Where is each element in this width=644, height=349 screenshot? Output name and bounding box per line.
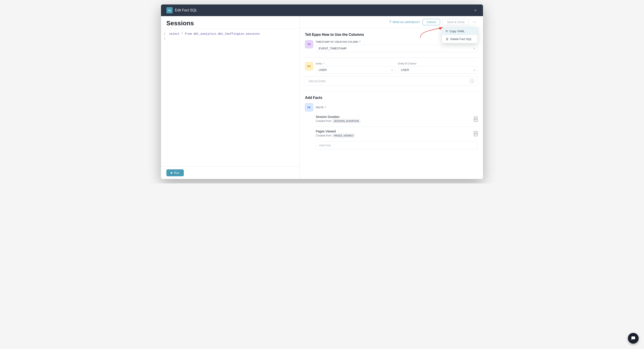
trash-icon: 🗑 xyxy=(446,37,448,41)
cancel-button[interactable]: Cancel xyxy=(422,19,440,25)
close-button[interactable]: × xyxy=(473,7,478,14)
dropdown-menu: ⧉ Copy YAML 🗑 Delete Fact SQL xyxy=(442,27,478,43)
fact-1-name: Session Duration xyxy=(316,115,360,119)
code-line-2: 2 xyxy=(161,37,300,41)
entity-help-icon: ? xyxy=(323,62,324,65)
modal-title: Edit Fact SQL xyxy=(175,8,197,12)
entity-id-col: Entity ID Column USER xyxy=(398,62,478,74)
editor-header: Sessions xyxy=(161,16,300,29)
fact-1-edit-button[interactable]: ✏ xyxy=(474,117,478,122)
timestamp-badge: TS xyxy=(305,40,313,48)
facts-section-title: Add Facts xyxy=(305,96,478,100)
run-button[interactable]: Run xyxy=(166,169,184,176)
page-title: Sessions xyxy=(166,20,294,27)
entity-row: Entity ? USER xyxy=(316,62,478,74)
add-entity-text: Add an Entity xyxy=(308,79,326,83)
entity-id-select[interactable]: USER xyxy=(398,66,478,74)
entity-section: EN Entity ? USE xyxy=(305,62,478,86)
save-close-button[interactable]: Save & Close xyxy=(443,19,469,25)
entity-col-label: Entity ? xyxy=(316,62,395,65)
divider-1 xyxy=(305,58,478,58)
editor-footer: Run xyxy=(161,166,300,179)
entity-select[interactable]: USER xyxy=(316,66,395,74)
delete-fact-sql-item[interactable]: 🗑 Delete Fact SQL xyxy=(442,35,478,43)
play-icon xyxy=(171,172,173,174)
add-entity-icon: + xyxy=(470,79,474,83)
fact-1-source: SESSION_DURATION xyxy=(332,119,360,123)
facts-header: FA FACTS ? xyxy=(305,103,478,111)
fact-2-info: Pages Viewed Created from PAGES_VIEWED xyxy=(316,130,355,138)
line-number-1: 1 xyxy=(161,32,169,37)
facts-help-icon: ? xyxy=(324,106,326,109)
config-content: Tell Eppo How to Use the Columns TS TIME… xyxy=(300,28,483,154)
what-are-definitions-link[interactable]: ? What are definitions? xyxy=(389,20,420,24)
fact-item-1: Session Duration Created from SESSION_DU… xyxy=(316,115,478,123)
fact-1-info: Session Duration Created from SESSION_DU… xyxy=(316,115,360,123)
editor-area[interactable]: 1 select * from dbt_analytics.dbt_tbuffi… xyxy=(161,29,300,166)
entity-field-group: Entity ? USER xyxy=(316,62,478,74)
header-left: SQL Edit Fact SQL xyxy=(166,7,197,14)
entity-id-label: Entity ID Column xyxy=(398,62,478,65)
timestamp-help-icon: ? xyxy=(359,40,361,43)
fact-item-2-header: Pages Viewed Created from PAGES_VIEWED ✏ xyxy=(316,130,478,138)
config-panel: ? What are definitions? Cancel Save & Cl… xyxy=(300,16,483,179)
fact-2-name: Pages Viewed xyxy=(316,130,355,133)
entity-badge: EN xyxy=(305,62,313,70)
fact-2-edit-button[interactable]: ✏ xyxy=(474,131,478,136)
fact-2-source: PAGES_VIEWED xyxy=(332,134,355,138)
entity-badge-row: EN Entity ? USE xyxy=(305,62,478,74)
config-top-bar: ? What are definitions? Cancel Save & Cl… xyxy=(300,16,483,28)
code-content-1: select * from dbt_analytics.dbt_tbuffing… xyxy=(169,32,260,37)
line-number-2: 2 xyxy=(161,37,169,41)
facts-label: FACTS ? xyxy=(316,106,326,109)
divider-2 xyxy=(305,91,478,91)
modal-body: Sessions 1 select * from dbt_analytics.d… xyxy=(161,16,483,179)
more-options-button[interactable]: ··· xyxy=(472,19,478,25)
add-fact-row[interactable]: Add Fact xyxy=(316,141,478,149)
add-fact-text: Add Fact xyxy=(319,144,331,147)
entity-id-select-wrapper: USER xyxy=(398,66,478,74)
fact-item-2: Pages Viewed Created from PAGES_VIEWED ✏ xyxy=(316,130,478,138)
entity-col-1: Entity ? USER xyxy=(316,62,395,74)
facts-label-group: FACTS ? xyxy=(316,106,326,109)
timestamp-select-wrapper: EVENT_TIMESTAMP xyxy=(316,45,478,52)
facts-section: Add Facts FA FACTS ? xyxy=(305,96,478,149)
modal-header: SQL Edit Fact SQL × xyxy=(161,5,483,16)
facts-items-container: Session Duration Created from SESSION_DU… xyxy=(316,115,478,149)
sql-logo: SQL xyxy=(166,7,173,14)
facts-badge: FA xyxy=(305,103,313,111)
timestamp-select[interactable]: EVENT_TIMESTAMP xyxy=(316,45,478,52)
sql-editor-panel: Sessions 1 select * from dbt_analytics.d… xyxy=(161,16,300,179)
copy-yaml-item[interactable]: ⧉ Copy YAML xyxy=(442,27,478,35)
fact-1-meta: Created from SESSION_DURATION xyxy=(316,119,360,123)
entity-select-wrapper: USER xyxy=(316,66,395,74)
code-line-1: 1 select * from dbt_analytics.dbt_tbuffi… xyxy=(161,32,300,37)
fact-separator xyxy=(316,127,478,127)
add-entity-row[interactable]: Add an Entity + xyxy=(305,76,478,86)
fact-item-1-header: Session Duration Created from SESSION_DU… xyxy=(316,115,478,123)
fact-2-meta: Created from PAGES_VIEWED xyxy=(316,134,355,138)
copy-icon: ⧉ xyxy=(446,29,448,33)
